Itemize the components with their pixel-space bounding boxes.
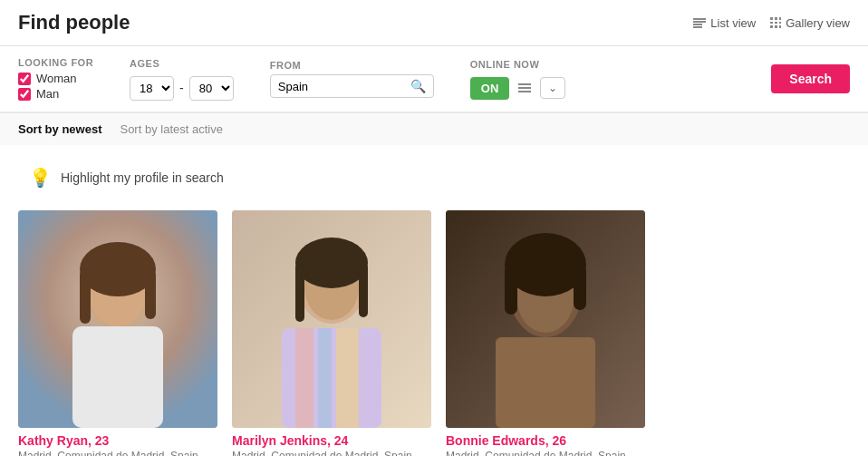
man-label: Man xyxy=(36,87,59,101)
svg-point-14 xyxy=(295,238,368,288)
svg-rect-15 xyxy=(295,263,304,322)
profile-card[interactable]: Marilyn Jenkins, 24 Madrid, Comunidad de… xyxy=(232,210,431,456)
from-input[interactable] xyxy=(278,80,405,93)
svg-rect-5 xyxy=(80,269,91,324)
svg-rect-22 xyxy=(505,265,517,315)
from-group: FROM 🔍 xyxy=(270,60,434,98)
profile-photo-bonnie xyxy=(446,210,645,428)
looking-for-group: LOOKING FOR Woman Man xyxy=(18,57,93,101)
profile-card[interactable]: Kathy Ryan, 23 Madrid, Comunidad de Madr… xyxy=(18,210,217,456)
bars-icon[interactable] xyxy=(515,80,535,96)
svg-rect-19 xyxy=(496,337,595,428)
online-label: ONLINE NOW xyxy=(470,59,566,70)
profile-photo-kathy xyxy=(18,210,217,428)
svg-rect-11 xyxy=(318,328,332,428)
age-range-separator: - xyxy=(179,81,184,95)
online-now-button[interactable]: ON xyxy=(470,77,510,100)
svg-rect-6 xyxy=(145,269,156,319)
svg-rect-10 xyxy=(295,328,313,428)
svg-rect-12 xyxy=(336,328,359,428)
age-max-select[interactable]: 80 70 60 50 xyxy=(189,76,234,101)
list-view-option[interactable]: List view xyxy=(693,16,756,30)
sort-newest[interactable]: Sort by newest xyxy=(18,122,101,136)
man-checkbox[interactable] xyxy=(18,88,31,101)
online-controls: ON ⌄ xyxy=(470,77,566,100)
gender-checkboxes: Woman Man xyxy=(18,72,93,101)
profile-location-kathy: Madrid, Comunidad de Madrid, Spain xyxy=(18,450,217,456)
profile-name-bonnie: Bonnie Edwards, 26 xyxy=(446,433,645,448)
main-content: 💡 Highlight my profile in search xyxy=(0,145,868,456)
filter-bar: LOOKING FOR Woman Man AGES 18 19 20 25 3… xyxy=(0,46,868,113)
profile-location-marilyn: Madrid, Comunidad de Madrid, Spain xyxy=(232,450,431,456)
online-group: ONLINE NOW ON ⌄ xyxy=(470,59,566,100)
page-title: Find people xyxy=(18,11,130,34)
woman-label: Woman xyxy=(36,72,77,85)
list-view-icon xyxy=(693,18,706,28)
woman-checkbox-label[interactable]: Woman xyxy=(18,72,93,85)
from-label: FROM xyxy=(270,60,434,71)
photo-svg-kathy xyxy=(18,210,217,428)
svg-point-4 xyxy=(80,242,156,296)
bar-3 xyxy=(518,91,531,92)
gallery-view-label: Gallery view xyxy=(786,16,850,30)
view-options: List view Gallery view xyxy=(693,16,850,30)
looking-for-label: LOOKING FOR xyxy=(18,57,93,68)
highlight-bar: 💡 Highlight my profile in search xyxy=(18,160,850,196)
sort-bar: Sort by newest Sort by latest active xyxy=(0,113,868,145)
svg-rect-16 xyxy=(359,263,368,317)
svg-rect-2 xyxy=(72,326,163,428)
man-checkbox-label[interactable]: Man xyxy=(18,87,93,101)
top-bar: Find people List view Gal xyxy=(0,0,868,46)
highlight-text: Highlight my profile in search xyxy=(61,170,224,185)
search-button[interactable]: Search xyxy=(771,64,850,93)
from-input-wrap: 🔍 xyxy=(270,74,434,98)
photo-svg-marilyn xyxy=(232,210,431,428)
profile-location-bonnie: Madrid, Comunidad de Madrid, Spain xyxy=(446,450,645,456)
bar-2 xyxy=(518,87,531,89)
profile-name-kathy: Kathy Ryan, 23 xyxy=(18,433,217,448)
profile-card[interactable]: Bonnie Edwards, 26 Madrid, Comunidad de … xyxy=(446,210,645,456)
sort-latest-active[interactable]: Sort by latest active xyxy=(120,122,222,136)
from-search-icon[interactable]: 🔍 xyxy=(410,79,426,93)
bar-1 xyxy=(518,83,531,85)
ages-label: AGES xyxy=(130,58,234,69)
photo-svg-bonnie xyxy=(446,210,645,428)
profile-name-marilyn: Marilyn Jenkins, 24 xyxy=(232,433,431,448)
woman-checkbox[interactable] xyxy=(18,73,31,85)
gallery-view-icon xyxy=(770,17,781,28)
ages-group: AGES 18 19 20 25 30 - 80 70 60 50 xyxy=(130,58,234,101)
list-view-label: List view xyxy=(710,16,756,30)
svg-rect-23 xyxy=(574,265,586,310)
profile-photo-marilyn xyxy=(232,210,431,428)
age-range-controls: 18 19 20 25 30 - 80 70 60 50 xyxy=(130,76,234,101)
gallery-view-option[interactable]: Gallery view xyxy=(770,16,850,30)
chevron-down-button[interactable]: ⌄ xyxy=(540,77,565,99)
highlight-icon: 💡 xyxy=(29,167,52,189)
profiles-grid: Kathy Ryan, 23 Madrid, Comunidad de Madr… xyxy=(18,210,850,456)
age-min-select[interactable]: 18 19 20 25 30 xyxy=(130,76,174,101)
